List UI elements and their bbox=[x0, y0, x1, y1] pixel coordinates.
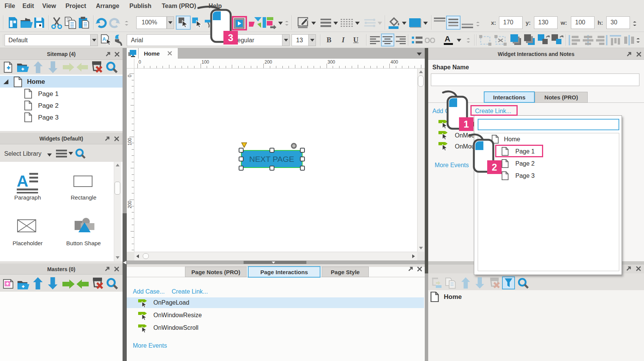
svg-text:A: A bbox=[17, 172, 28, 190]
svg-text:A: A bbox=[102, 36, 106, 42]
